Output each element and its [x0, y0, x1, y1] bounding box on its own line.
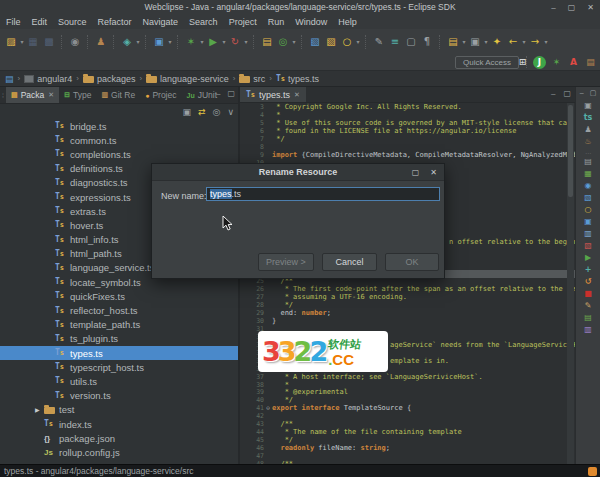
screenshot-dropdown-icon[interactable]: ▾: [167, 38, 173, 45]
web-browser-view-icon[interactable]: ◉: [585, 180, 592, 192]
view-tab-projec[interactable]: ●Projec: [140, 87, 181, 103]
menu-search[interactable]: Search: [189, 17, 218, 27]
clipboard-view-icon[interactable]: ▥: [584, 324, 592, 336]
menu-file[interactable]: File: [6, 17, 21, 27]
menu-edit[interactable]: Edit: [32, 17, 48, 27]
video-view-icon[interactable]: ▶: [585, 252, 591, 264]
notification-badge[interactable]: [588, 467, 597, 476]
tree-item-common-ts[interactable]: Tscommon.ts: [0, 133, 238, 147]
tree-item-test[interactable]: ▶test: [0, 403, 238, 417]
tree-item-bridge-ts[interactable]: Tsbridge.ts: [0, 119, 238, 133]
tree-item-types-ts[interactable]: Tstypes.ts: [0, 346, 238, 360]
editor-tab-close-icon[interactable]: ✕: [294, 91, 300, 99]
dialog-maximize-icon[interactable]: ▢: [412, 168, 420, 177]
tree-item-template_path-ts[interactable]: Tstemplate_path.ts: [0, 318, 238, 332]
code-editor[interactable]: 3 * Copyright Google Inc. All Rights Res…: [240, 103, 575, 464]
tree-item-reflector_host-ts[interactable]: Tsreflector_host.ts: [0, 303, 238, 317]
save-icon[interactable]: ▦: [25, 33, 41, 50]
menu-run[interactable]: Run: [268, 17, 285, 27]
new-class-dropdown-icon[interactable]: ▾: [291, 38, 297, 45]
debug-icon[interactable]: ✶: [183, 33, 199, 50]
print-icon[interactable]: ◉: [67, 33, 83, 50]
console-view-icon[interactable]: ▤: [584, 156, 592, 168]
last-edit-location-icon[interactable]: ✎: [371, 33, 387, 50]
show-paragraph-icon[interactable]: ¶: [419, 33, 435, 50]
javascript-perspective-icon[interactable]: J: [533, 56, 546, 69]
new-snippet-icon[interactable]: ▤: [445, 33, 461, 50]
breadcrumb-item[interactable]: ▤: [5, 74, 14, 84]
server-icon[interactable]: ♟: [93, 33, 109, 50]
tree-item-version-ts[interactable]: Tsversion.ts: [0, 389, 238, 403]
focus-on-active-task-icon[interactable]: ◎: [213, 107, 221, 117]
breadcrumb-item-packages[interactable]: packages: [83, 74, 136, 84]
debug-perspective-icon[interactable]: ✶: [550, 56, 563, 69]
search-dropdown-icon[interactable]: ▾: [355, 38, 361, 45]
profile-dropdown-icon[interactable]: ▾: [243, 38, 249, 45]
new-wizard-icon[interactable]: ▨: [3, 33, 19, 50]
import-view-icon[interactable]: ▧: [584, 192, 592, 204]
error-log-view-icon[interactable]: ▧: [584, 240, 592, 252]
menu-refactor[interactable]: Refactor: [98, 17, 132, 27]
terminal-view-icon[interactable]: ts: [584, 112, 593, 124]
menu-navigate[interactable]: Navigate: [143, 17, 179, 27]
outline-view-icon[interactable]: ▤: [584, 312, 592, 324]
tree-item-package-json[interactable]: {}package.json: [0, 431, 238, 445]
editor-maximize-icon[interactable]: ▢: [563, 89, 571, 98]
angular-perspective-icon[interactable]: A: [567, 56, 580, 69]
external-tools-icon[interactable]: ◈: [119, 33, 135, 50]
block-selection-icon[interactable]: ▢: [403, 33, 419, 50]
dialog-close-icon[interactable]: ✕: [430, 168, 437, 177]
clone-window-icon[interactable]: ▣: [467, 33, 483, 50]
external-tools-dropdown-icon[interactable]: ▾: [135, 38, 141, 45]
profile-icon[interactable]: ↻: [227, 33, 243, 50]
tasks-view-icon[interactable]: ▦: [584, 168, 592, 180]
scrollbar-thumb[interactable]: [568, 105, 573, 197]
view-menu-icon[interactable]: ∨: [227, 107, 234, 117]
fold-collapse-icon[interactable]: ⊖: [264, 404, 272, 412]
close-icon[interactable]: ✕: [48, 91, 54, 99]
strip-restore-icon[interactable]: ▢: [590, 89, 597, 97]
open-type-icon[interactable]: ▧: [307, 33, 323, 50]
strip-minimize-icon[interactable]: –: [580, 89, 584, 97]
menu-window[interactable]: Window: [295, 17, 327, 27]
menu-help[interactable]: Help: [338, 17, 357, 27]
tree-item-index-ts[interactable]: Tsindex.ts: [0, 417, 238, 431]
dialog-title-bar[interactable]: Rename Resource ▢✕: [152, 164, 444, 181]
search-icon[interactable]: ○: [339, 33, 355, 50]
forward-dropdown-icon[interactable]: ▾: [543, 38, 549, 45]
editor-tab-types-ts[interactable]: Ts types.ts ✕: [240, 87, 306, 102]
tree-item-completions-ts[interactable]: Tscompletions.ts: [0, 147, 238, 161]
panel-minimize-icon[interactable]: –: [216, 89, 220, 98]
twistie-icon[interactable]: ▶: [35, 406, 44, 413]
tree-item-quickFixes-ts[interactable]: TsquickFixes.ts: [0, 289, 238, 303]
new-class-icon[interactable]: ◎: [275, 33, 291, 50]
java-browsing-perspective-icon[interactable]: ▤: [584, 56, 597, 69]
show-whitespace-icon[interactable]: ≡: [387, 33, 403, 50]
new-package-icon[interactable]: ▤: [259, 33, 275, 50]
breadcrumb-item-language-service[interactable]: language-service: [146, 74, 229, 84]
ok-button[interactable]: OK: [385, 253, 439, 271]
breadcrumb-item-src[interactable]: src: [239, 74, 265, 84]
restore-view-icon[interactable]: ▣: [584, 100, 592, 112]
collapse-all-icon[interactable]: ▣: [182, 107, 191, 117]
view-tab-git-re[interactable]: ▥Git Re: [96, 87, 140, 103]
key-assist-icon[interactable]: ✦: [489, 33, 505, 50]
chat-view-icon[interactable]: ▥: [584, 228, 592, 240]
tree-item-utils-ts[interactable]: Tsutils.ts: [0, 374, 238, 388]
breadcrumb-item-types.ts[interactable]: Tstypes.ts: [276, 74, 319, 84]
link-with-editor-icon[interactable]: ⇄: [198, 107, 206, 117]
history-view-icon[interactable]: ↺: [585, 276, 592, 288]
breadcrumb-item-angular4[interactable]: angular4: [24, 74, 72, 84]
view-tab-packa[interactable]: ▤Packa✕: [6, 87, 59, 103]
search-view-icon[interactable]: ○: [585, 204, 592, 216]
open-perspective-icon[interactable]: ⊞: [516, 56, 529, 69]
cancel-button[interactable]: Cancel: [322, 253, 377, 271]
tree-item-ts_plugin-ts[interactable]: Tsts_plugin.ts: [0, 332, 238, 346]
view-tab-type[interactable]: ⊟Type: [59, 87, 96, 103]
tree-item-rollup-config-js[interactable]: Jsrollup.config.js: [0, 445, 238, 459]
close-icon[interactable]: ✕: [587, 3, 594, 12]
menu-project[interactable]: Project: [229, 17, 257, 27]
monitor-view-icon[interactable]: ▣: [584, 216, 592, 228]
bookmark-icon[interactable]: ▧: [323, 33, 339, 50]
forward-icon[interactable]: →: [527, 33, 543, 50]
